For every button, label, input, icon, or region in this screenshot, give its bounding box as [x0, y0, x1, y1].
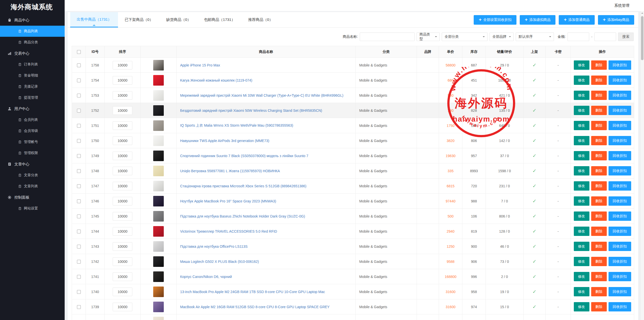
sidebar-item-0-0[interactable]: 商品列表: [0, 26, 65, 37]
row-checkbox[interactable]: [77, 169, 81, 173]
add-button-3[interactable]: +添加ebay商品: [598, 15, 634, 25]
edit-button[interactable]: 修改: [574, 242, 589, 251]
product-name-link[interactable]: Підставка для ноутбука OfficePro LS113S: [180, 244, 248, 248]
product-thumbnail[interactable]: [153, 135, 164, 146]
product-name-link[interactable]: Підставка для ноутбука Baseus Zhichi Not…: [180, 214, 305, 218]
recycle-discount-button[interactable]: 回收折扣: [609, 121, 631, 130]
sort-input[interactable]: [113, 136, 132, 145]
tab-1[interactable]: 已下架商品（0）: [118, 12, 159, 27]
sort-input[interactable]: [113, 152, 132, 160]
recycle-discount-button[interactable]: 回收折扣: [609, 287, 631, 296]
product-name-link[interactable]: Uniqlo Ветровка 558977081 L Жовта (11597…: [180, 169, 280, 173]
product-name-link[interactable]: Karya Женский кожаный кошелек (1119-074): [180, 78, 252, 82]
sidebar-item-3-0[interactable]: 文章分类: [0, 170, 65, 181]
sidebar-item-2-0[interactable]: 会员列表: [0, 114, 65, 125]
product-thumbnail[interactable]: [153, 302, 164, 312]
sidebar-item-1-0[interactable]: 订单列表: [0, 59, 65, 70]
delete-button[interactable]: 删除: [591, 181, 607, 191]
row-checkbox[interactable]: [77, 290, 81, 294]
delete-button[interactable]: 删除: [591, 121, 607, 130]
recycle-discount-button[interactable]: 回收折扣: [609, 302, 631, 311]
search-button[interactable]: 搜索: [618, 32, 634, 41]
delete-button[interactable]: 删除: [591, 151, 607, 160]
product-type-select[interactable]: 商品类型: [417, 32, 440, 41]
product-name-link[interactable]: Victorinox Тревеллер TRAVEL ACCESSORIES …: [180, 229, 277, 233]
tab-3[interactable]: 包邮商品（1731）: [197, 12, 242, 27]
sort-input[interactable]: [113, 106, 132, 115]
product-name-link[interactable]: Навушники TWS Apple AirPods 3rd generati…: [180, 139, 269, 143]
sort-input[interactable]: [113, 167, 132, 175]
edit-button[interactable]: 修改: [574, 166, 589, 175]
row-checkbox[interactable]: [77, 124, 81, 128]
edit-button[interactable]: 修改: [574, 60, 589, 70]
edit-button[interactable]: 修改: [574, 272, 589, 281]
product-thumbnail[interactable]: [153, 256, 164, 267]
sort-input[interactable]: [113, 61, 132, 69]
product-thumbnail[interactable]: [153, 211, 164, 222]
edit-button[interactable]: 修改: [574, 76, 589, 85]
product-thumbnail[interactable]: [153, 151, 164, 161]
row-checkbox[interactable]: [77, 79, 81, 82]
product-thumbnail[interactable]: [153, 75, 164, 86]
delete-button[interactable]: 删除: [591, 287, 607, 296]
brand-select[interactable]: 全部品牌: [490, 32, 514, 41]
amount-min-input[interactable]: [568, 32, 589, 41]
sidebar-item-2-1[interactable]: 会员等级: [0, 125, 65, 136]
delete-button[interactable]: 删除: [591, 302, 607, 311]
product-name-link[interactable]: Ноутбук Apple MacBook Pro 16" Space Gray…: [180, 199, 276, 203]
row-checkbox[interactable]: [77, 199, 81, 203]
amount-max-input[interactable]: [594, 32, 616, 41]
sidebar-section-2[interactable]: 用户中心: [0, 103, 65, 114]
add-button-0[interactable]: +全部设置回收折扣: [474, 15, 516, 25]
row-checkbox[interactable]: [77, 215, 81, 218]
category-select[interactable]: 全部分类: [442, 32, 488, 41]
sort-input[interactable]: [113, 212, 132, 221]
sidebar-section-4[interactable]: 控制面板: [0, 192, 65, 203]
sidebar-section-0[interactable]: 商品中心: [0, 15, 65, 26]
sort-input[interactable]: [113, 121, 132, 130]
product-name-link[interactable]: Корпус Canon/Nikon D6, чорний: [180, 275, 232, 279]
recycle-discount-button[interactable]: 回收折扣: [609, 257, 631, 266]
delete-button[interactable]: 删除: [591, 166, 607, 175]
recycle-discount-button[interactable]: 回收折扣: [609, 76, 631, 85]
vertical-scrollbar[interactable]: [640, 11, 644, 320]
product-name-link[interactable]: MacBook Air Apple M2 16GB RAM 512GB SSD …: [180, 305, 330, 309]
sidebar-item-2-2[interactable]: 管理帐号: [0, 136, 65, 148]
product-thumbnail[interactable]: [153, 226, 164, 237]
sort-input[interactable]: [113, 182, 132, 190]
product-name-link[interactable]: Миша Logitech G502 X PLUS Black (910-006…: [180, 260, 259, 264]
product-thumbnail[interactable]: [153, 241, 164, 252]
product-name-link[interactable]: 13-inch MacBook Pro Apple M2 24GB RAM 1T…: [180, 290, 325, 294]
recycle-discount-button[interactable]: 回收折扣: [609, 196, 631, 206]
tab-2[interactable]: 缺货商品（0）: [160, 12, 197, 27]
product-name-input[interactable]: [360, 32, 415, 41]
delete-button[interactable]: 删除: [591, 60, 607, 70]
sidebar-section-3[interactable]: 文章中心: [0, 159, 65, 170]
delete-button[interactable]: 删除: [591, 136, 607, 145]
sort-order-select[interactable]: 默认排序: [516, 32, 554, 41]
delete-button[interactable]: 删除: [591, 106, 607, 115]
row-checkbox[interactable]: [77, 260, 81, 264]
sort-input[interactable]: [113, 91, 132, 100]
product-name-link[interactable]: Спортивний годинник Suunto 7 Black (SS05…: [180, 154, 308, 158]
recycle-discount-button[interactable]: 回收折扣: [609, 106, 631, 115]
sidebar-item-1-1[interactable]: 资金明细: [0, 70, 65, 81]
delete-button[interactable]: 删除: [591, 227, 607, 236]
delete-button[interactable]: 删除: [591, 211, 607, 221]
recycle-discount-button[interactable]: 回收折扣: [609, 166, 631, 175]
recycle-discount-button[interactable]: 回收折扣: [609, 60, 631, 70]
sidebar-item-1-3[interactable]: 提现管理: [0, 92, 65, 103]
edit-button[interactable]: 修改: [574, 196, 589, 206]
product-thumbnail[interactable]: [153, 166, 164, 176]
product-name-link[interactable]: Мережевий зарядний пристрій Xiaomi Mi 33…: [180, 93, 343, 97]
sort-input[interactable]: [113, 197, 132, 205]
delete-button[interactable]: 删除: [591, 272, 607, 281]
sort-input[interactable]: [113, 303, 132, 311]
row-checkbox[interactable]: [77, 230, 81, 233]
recycle-discount-button[interactable]: 回收折扣: [609, 227, 631, 236]
edit-button[interactable]: 修改: [574, 91, 589, 100]
recycle-discount-button[interactable]: 回收折扣: [609, 272, 631, 281]
product-thumbnail[interactable]: [153, 181, 164, 191]
edit-button[interactable]: 修改: [574, 287, 589, 296]
sort-input[interactable]: [113, 257, 132, 266]
